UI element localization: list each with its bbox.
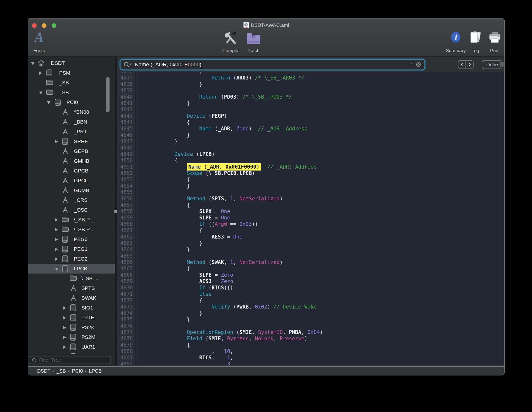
device-icon xyxy=(62,236,69,243)
code-editor[interactable]: 4836 {4837 Return (AR03) /* \_SB_.AR03 *… xyxy=(117,72,504,365)
sidebar-item-label: GPCL xyxy=(74,178,88,183)
sidebar-item-lpte[interactable]: LPTE xyxy=(28,313,115,322)
code-line-text: AES3 = One xyxy=(137,234,243,240)
code-line: 4843 Device (PEGP) xyxy=(117,113,504,119)
code-line: 4869 AES3 = Zero xyxy=(117,278,504,285)
patch-button-label[interactable]: Patch xyxy=(248,48,260,53)
sidebar-item-label: _SB xyxy=(59,90,69,95)
sidebar-item-sb[interactable]: \_SB.… xyxy=(28,274,115,283)
sidebar-item-uar1[interactable]: UAR1 xyxy=(28,342,115,352)
disclosure-closed-icon[interactable] xyxy=(63,336,66,339)
filter-tree-input[interactable] xyxy=(39,357,103,363)
sidebar-item-dsdt[interactable]: DSDT xyxy=(28,58,115,68)
line-number: 4866 xyxy=(117,259,135,265)
print-button-label[interactable]: Print xyxy=(490,48,499,53)
sidebar-item-sbp[interactable]: \_SB.P… xyxy=(28,215,115,225)
disclosure-closed-icon[interactable] xyxy=(55,248,58,251)
text-caret xyxy=(202,61,202,68)
disclosure-open-icon[interactable] xyxy=(55,268,58,271)
sidebar-item-peg1[interactable]: PEG1 xyxy=(28,244,115,254)
minimize-button[interactable] xyxy=(42,23,46,28)
breadcrumb-item-dsdt[interactable]: DSDT xyxy=(37,368,50,374)
close-button[interactable] xyxy=(32,23,37,28)
sidebar-item-crs[interactable]: _CRS xyxy=(28,195,115,205)
code-line-text: If ((Arg0 == 0x03)) xyxy=(137,221,258,227)
sidebar-item-peg2[interactable]: PEG2 xyxy=(28,254,115,264)
disclosure-closed-icon[interactable] xyxy=(55,257,58,261)
sidebar-item-gpcb[interactable]: GPCB xyxy=(28,166,115,176)
device-icon xyxy=(62,255,69,263)
sidebar-item-gepb[interactable]: GEPB xyxy=(28,146,115,156)
breadcrumb-item-lpcb[interactable]: LPCB xyxy=(89,368,102,374)
disclosure-closed-icon[interactable] xyxy=(55,238,58,241)
disclosure-open-icon[interactable] xyxy=(31,62,34,65)
code-line: 4844 { xyxy=(117,119,504,126)
device-icon xyxy=(46,69,53,77)
breadcrumb-item-pci0[interactable]: PCI0 xyxy=(72,368,83,374)
line-number: 4877 xyxy=(117,329,135,335)
sidebar-item-gdmb[interactable]: GDMB xyxy=(28,185,115,195)
compile-icon[interactable] xyxy=(223,31,238,47)
sidebar-item-pci0[interactable]: PCI0 xyxy=(28,97,115,107)
zoom-button[interactable] xyxy=(52,23,56,28)
patch-icon[interactable] xyxy=(246,32,261,46)
sidebar-item-ps2m[interactable]: PS2M xyxy=(28,332,115,342)
previous-match-button[interactable] xyxy=(458,61,466,69)
sidebar-item-osc[interactable]: _OSC xyxy=(28,205,115,215)
summary-icon[interactable]: i xyxy=(451,31,461,44)
line-number: 4838 xyxy=(117,81,135,87)
line-number: 4843 xyxy=(117,113,135,119)
fonts-icon[interactable]: A xyxy=(34,30,44,44)
compile-button-label[interactable]: Compile xyxy=(222,48,239,53)
sidebar-item-srre[interactable]: SRRE xyxy=(28,137,115,146)
code-line: 4879 { xyxy=(117,342,504,348)
code-line-text: Method (SWAK, 1, NotSerialized) xyxy=(137,259,283,265)
disclosure-closed-icon[interactable] xyxy=(63,326,66,329)
sidebar-item-sb[interactable]: _SB xyxy=(28,78,115,88)
disclosure-open-icon[interactable] xyxy=(39,92,43,94)
code-line-text: { xyxy=(137,227,202,234)
code-line: 4848 xyxy=(117,145,504,151)
code-line: 4876 xyxy=(117,323,504,329)
sidebar-item-gmhb[interactable]: GMHB xyxy=(28,156,115,166)
sidebar-scrollbar[interactable] xyxy=(106,77,110,112)
sidebar-item-lpcb[interactable]: LPCB xyxy=(28,264,115,274)
disclosure-closed-icon[interactable] xyxy=(55,140,58,143)
disclosure-closed-icon[interactable] xyxy=(63,316,66,320)
disclosure-closed-icon[interactable] xyxy=(55,228,58,231)
next-match-button[interactable] xyxy=(466,61,473,69)
print-icon[interactable] xyxy=(488,32,502,45)
sidebar-item-gpcl[interactable]: GPCL xyxy=(28,176,115,185)
disclosure-closed-icon[interactable] xyxy=(55,218,58,222)
sidebar-item-sb[interactable]: _SB xyxy=(28,88,115,97)
fonts-button-label[interactable]: Fonts xyxy=(33,48,45,53)
log-icon[interactable] xyxy=(469,31,482,45)
sidebar-item-label: SRRE xyxy=(74,138,88,144)
disclosure-closed-icon[interactable] xyxy=(63,345,66,349)
summary-button-label[interactable]: Summary xyxy=(446,48,466,53)
code-line-text: SLPE = Zero xyxy=(137,272,233,278)
code-line-text: Name (_ADR, 0x001F0000) // _ADR: Address xyxy=(137,164,317,170)
breadcrumb-item-sb[interactable]: _SB xyxy=(56,368,66,374)
sidebar-item-psm[interactable]: PSM xyxy=(28,68,115,78)
code-line: 4882 , 3, xyxy=(117,361,504,365)
sidebar-item-peg0[interactable]: PEG0 xyxy=(28,234,115,244)
replace-checkbox[interactable] xyxy=(499,62,504,67)
line-number: 4853 xyxy=(117,176,135,183)
filter-tree-field[interactable] xyxy=(29,356,111,364)
sidebar-item-bn00[interactable]: ^BN00 xyxy=(28,107,115,117)
sidebar-item-bbn[interactable]: _BBN xyxy=(28,117,115,127)
device-icon xyxy=(70,314,77,321)
search-input[interactable]: Name (_ADR, 0x001F0000) 1 xyxy=(121,60,424,69)
disclosure-closed-icon[interactable] xyxy=(39,71,42,75)
disclosure-open-icon[interactable] xyxy=(47,101,50,104)
sidebar-item-sbp[interactable]: \_SB.P… xyxy=(28,225,115,234)
disclosure-closed-icon[interactable] xyxy=(63,306,66,310)
sidebar-item-spts[interactable]: SPTS xyxy=(28,283,115,293)
log-button-label[interactable]: Log xyxy=(471,48,479,53)
sidebar-item-sio1[interactable]: SIO1 xyxy=(28,303,115,313)
sidebar-item-ps2k[interactable]: PS2K xyxy=(28,322,115,332)
clear-search-icon[interactable] xyxy=(416,62,421,68)
sidebar-item-prt[interactable]: _PRT xyxy=(28,127,115,137)
sidebar-item-swak[interactable]: SWAK xyxy=(28,293,115,303)
